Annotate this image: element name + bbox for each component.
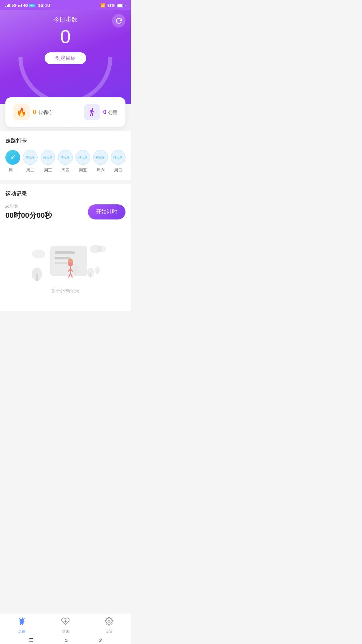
steps-label: 今日步数 bbox=[7, 15, 124, 23]
svg-rect-10 bbox=[55, 257, 70, 259]
checkin-circle-wednesday: 待记录 bbox=[41, 150, 55, 165]
wifi-icon: 📶 bbox=[100, 3, 105, 8]
checkin-day-monday[interactable]: ✓ 周一 bbox=[5, 150, 20, 173]
hero-section: 今日步数 0 制定目标 bbox=[0, 10, 131, 104]
checkin-circle-monday: ✓ bbox=[5, 150, 20, 165]
svg-point-20 bbox=[97, 246, 106, 252]
battery-percent: 91% bbox=[107, 3, 115, 7]
calories-stat: 🔥 0 卡消耗 bbox=[13, 104, 52, 120]
refresh-button[interactable] bbox=[112, 14, 125, 28]
day-label-saturday: 周六 bbox=[97, 167, 105, 173]
status-left: 5G 4G HD 16:10 bbox=[5, 3, 50, 8]
svg-rect-9 bbox=[55, 251, 75, 254]
checkin-circle-saturday: 待记录 bbox=[93, 150, 108, 165]
distance-unit: 公里 bbox=[108, 110, 117, 115]
status-right: 📶 91% bbox=[100, 3, 125, 8]
start-timer-button[interactable]: 开始计时 bbox=[88, 204, 125, 219]
distance-value: 0 bbox=[103, 109, 107, 115]
steps-count: 0 bbox=[7, 26, 124, 47]
checkin-circle-thursday: 待记录 bbox=[58, 150, 73, 165]
time-display: 16:10 bbox=[38, 3, 50, 8]
day-label-friday: 周五 bbox=[79, 167, 87, 173]
svg-rect-5 bbox=[90, 273, 91, 278]
svg-rect-7 bbox=[97, 270, 98, 274]
exercise-controls: 总时长 00时00分00秒 开始计时 bbox=[5, 203, 125, 220]
checkin-circle-friday: 待记录 bbox=[75, 150, 90, 165]
day-label-wednesday: 周三 bbox=[44, 167, 52, 173]
hd-badge: HD bbox=[29, 4, 35, 7]
calories-info: 0 卡消耗 bbox=[33, 109, 52, 116]
checkin-day-tuesday[interactable]: 待记录 周二 bbox=[23, 150, 38, 173]
distance-info: 0 公里 bbox=[103, 109, 117, 116]
day-label-monday: 周一 bbox=[9, 167, 17, 173]
day-label-sunday: 周日 bbox=[114, 167, 122, 173]
checkin-day-wednesday[interactable]: 待记录 周三 bbox=[41, 150, 55, 173]
empty-illustration bbox=[18, 234, 112, 284]
checkin-day-sunday[interactable]: 待记录 周日 bbox=[111, 150, 125, 173]
day-label-thursday: 周四 bbox=[61, 167, 69, 173]
signal-5g bbox=[5, 4, 10, 7]
exercise-section: 运动记录 总时长 00时00分00秒 开始计时 bbox=[0, 184, 131, 311]
checkin-day-thursday[interactable]: 待记录 周四 bbox=[58, 150, 73, 173]
svg-rect-1 bbox=[36, 274, 38, 281]
day-label-tuesday: 周二 bbox=[26, 167, 34, 173]
checkin-section: 走路打卡 ✓ 周一 待记录 周二 待记录 周三 待记录 周四 bbox=[0, 131, 131, 180]
duration-label: 总时长 bbox=[5, 203, 52, 209]
calories-unit: 卡消耗 bbox=[38, 110, 52, 115]
duration-info: 总时长 00时00分00秒 bbox=[5, 203, 52, 220]
battery-icon bbox=[117, 4, 125, 7]
stats-card: 🔥 0 卡消耗 0 公里 bbox=[5, 97, 125, 127]
checkin-day-friday[interactable]: 待记录 周五 bbox=[75, 150, 90, 173]
signal-4g bbox=[18, 4, 22, 7]
stats-divider bbox=[68, 105, 68, 119]
svg-point-21 bbox=[32, 250, 45, 258]
fire-icon: 🔥 bbox=[13, 104, 30, 120]
exercise-title: 运动记录 bbox=[5, 191, 27, 198]
duration-value: 00时00分00秒 bbox=[5, 210, 52, 220]
svg-point-18 bbox=[68, 258, 73, 263]
checkin-circle-tuesday: 待记录 bbox=[23, 150, 38, 165]
empty-state: 暂无运动记录 bbox=[5, 227, 125, 304]
checkin-day-saturday[interactable]: 待记录 周六 bbox=[93, 150, 108, 173]
distance-stat: 0 公里 bbox=[84, 104, 117, 120]
walk-icon bbox=[84, 104, 100, 120]
checkin-grid: ✓ 周一 待记录 周二 待记录 周三 待记录 周四 待记录 周 bbox=[5, 150, 125, 173]
exercise-header: 运动记录 bbox=[5, 191, 125, 198]
checkin-title: 走路打卡 bbox=[5, 138, 125, 145]
exercise-header-left: 运动记录 bbox=[5, 191, 27, 198]
arc-decoration bbox=[18, 57, 112, 104]
signal-4g-label: 4G bbox=[23, 3, 28, 7]
checkin-circle-sunday: 待记录 bbox=[111, 150, 125, 165]
empty-exercise-text: 暂无运动记录 bbox=[5, 288, 125, 294]
signal-5g-label: 5G bbox=[12, 3, 17, 7]
calories-value: 0 bbox=[33, 109, 36, 115]
status-bar: 5G 4G HD 16:10 📶 91% bbox=[0, 0, 131, 10]
